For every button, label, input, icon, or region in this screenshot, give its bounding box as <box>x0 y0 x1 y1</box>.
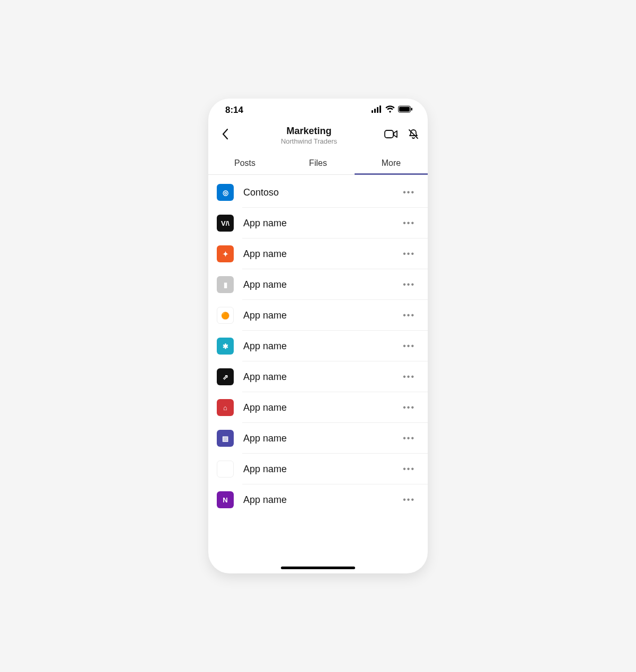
tab-label: Files <box>309 158 327 168</box>
app-row[interactable]: 🟠App name••• <box>208 300 428 331</box>
back-button[interactable] <box>217 128 234 142</box>
row-more-button[interactable]: ••• <box>401 216 417 230</box>
team-subtitle: Northwind Traders <box>234 137 384 145</box>
tab-files[interactable]: Files <box>281 152 355 174</box>
row-more-button[interactable]: ••• <box>401 308 417 322</box>
more-horizontal-icon: ••• <box>403 249 415 258</box>
row-more-button[interactable]: ••• <box>401 247 417 261</box>
more-horizontal-icon: ••• <box>403 218 415 227</box>
bell-off-icon <box>408 128 419 142</box>
app-row[interactable]: ⬢App name••• <box>208 454 428 484</box>
app-row[interactable]: V/\App name••• <box>208 208 428 238</box>
app-label: App name <box>243 279 401 290</box>
app-row[interactable]: ▮App name••• <box>208 269 428 300</box>
chat-icon: 🟠 <box>217 307 234 324</box>
app-row[interactable]: ▨App name••• <box>208 423 428 454</box>
row-more-button[interactable]: ••• <box>401 278 417 291</box>
tab-posts[interactable]: Posts <box>208 152 281 174</box>
app-row[interactable]: ✦App name••• <box>208 238 428 269</box>
app-label: App name <box>243 402 401 413</box>
more-horizontal-icon: ••• <box>403 434 415 443</box>
contoso-icon: ◎ <box>217 184 234 201</box>
more-horizontal-icon: ••• <box>403 311 415 320</box>
row-more-button[interactable]: ••• <box>401 339 417 353</box>
chart-icon: ⌂ <box>217 399 234 416</box>
header-titles[interactable]: Marketing Northwind Traders <box>234 126 384 145</box>
app-label: App name <box>243 433 401 444</box>
fk-icon: ⬢ <box>217 461 234 478</box>
more-horizontal-icon: ••• <box>403 188 415 197</box>
home-indicator[interactable] <box>281 567 355 569</box>
video-icon <box>384 129 398 142</box>
link-icon: ✦ <box>217 245 234 262</box>
app-label: App name <box>243 341 401 352</box>
r-icon: ▮ <box>217 276 234 293</box>
tab-label: More <box>382 158 401 168</box>
row-more-button[interactable]: ••• <box>401 431 417 445</box>
svg-rect-7 <box>385 130 393 138</box>
header-actions <box>384 128 419 142</box>
app-label: App name <box>243 372 401 383</box>
app-row[interactable]: ◎Contoso••• <box>208 177 428 208</box>
row-more-button[interactable]: ••• <box>401 462 417 476</box>
channel-title: Marketing <box>234 126 384 137</box>
tab-more[interactable]: More <box>355 152 428 174</box>
swoosh-icon: ⇗ <box>217 368 234 385</box>
app-label: App name <box>243 464 401 475</box>
more-horizontal-icon: ••• <box>403 464 415 473</box>
snow-icon: ✱ <box>217 338 234 355</box>
svg-rect-1 <box>374 109 376 113</box>
more-horizontal-icon: ••• <box>403 280 415 289</box>
app-label: App name <box>243 310 401 321</box>
app-label: App name <box>243 249 401 260</box>
app-label: App name <box>243 494 401 506</box>
svg-rect-3 <box>379 105 381 113</box>
more-horizontal-icon: ••• <box>403 341 415 350</box>
more-horizontal-icon: ••• <box>403 403 415 412</box>
phone-frame: 8:14 Marketing Northwind Traders <box>208 99 428 573</box>
channel-tabs: Posts Files More <box>208 152 428 175</box>
app-row[interactable]: ⌂App name••• <box>208 392 428 423</box>
row-more-button[interactable]: ••• <box>401 370 417 384</box>
stripe-icon: ▨ <box>217 430 234 447</box>
tab-label: Posts <box>234 158 255 168</box>
app-row[interactable]: ⇗App name••• <box>208 361 428 392</box>
app-row[interactable]: ✱App name••• <box>208 331 428 361</box>
svg-rect-5 <box>399 107 410 112</box>
row-more-button[interactable]: ••• <box>401 185 417 199</box>
onenote-icon: N <box>217 491 234 508</box>
cellular-icon <box>372 105 382 116</box>
app-label: Contoso <box>243 187 401 198</box>
video-call-button[interactable] <box>384 129 398 142</box>
more-horizontal-icon: ••• <box>403 372 415 381</box>
app-row[interactable]: NApp name••• <box>208 484 428 515</box>
va-icon: V/\ <box>217 215 234 232</box>
status-bar: 8:14 <box>208 99 428 122</box>
channel-header: Marketing Northwind Traders <box>208 122 428 152</box>
status-right <box>372 105 413 116</box>
app-label: App name <box>243 218 401 229</box>
svg-rect-2 <box>377 107 378 113</box>
svg-rect-0 <box>372 110 373 113</box>
status-time: 8:14 <box>225 105 243 116</box>
battery-icon <box>398 105 413 116</box>
mute-notifications-button[interactable] <box>408 128 419 142</box>
more-horizontal-icon: ••• <box>403 495 415 504</box>
app-list[interactable]: ◎Contoso•••V/\App name•••✦App name•••▮Ap… <box>208 175 428 573</box>
wifi-icon <box>385 105 395 116</box>
chevron-left-icon <box>222 128 229 142</box>
svg-rect-6 <box>411 108 413 111</box>
row-more-button[interactable]: ••• <box>401 401 417 414</box>
row-more-button[interactable]: ••• <box>401 493 417 507</box>
